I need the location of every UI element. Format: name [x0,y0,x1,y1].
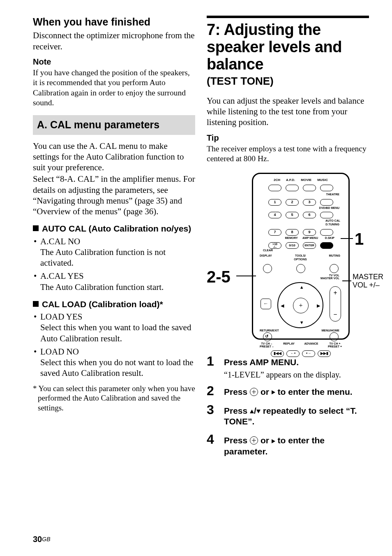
remote-figure: 2CH A.F.D. MOVIE MUSIC THEATRE 123 DVD/B… [207,171,369,348]
acal-intro-1: You can use the A. CAL menu to make sett… [33,141,195,173]
page-number-value: 30 [33,535,42,544]
arrow-up-icon [250,410,254,413]
enter-button-icon: + [293,298,309,313]
remote-label: AMP MENU [302,236,319,240]
remote-label: DISPLAY [260,254,272,262]
list-item: A.CAL YES The Auto Calibration function … [33,271,195,292]
remote-label: TV CH + [329,342,340,345]
remote-label: D.SKIP [322,236,334,240]
step-desc: “1-LEVEL” appears on the display. [224,370,369,380]
autocal-list: A.CAL NO The Auto Calibration function i… [33,236,195,292]
arrow-down-icon [256,410,261,413]
remote-label: TV VOL [329,274,339,277]
remote-label: PRESET + [328,345,342,348]
remote-key: 6 [303,212,316,218]
section-subtitle: (TEST TONE) [207,74,369,88]
remote-label: D.TUNING [253,223,348,227]
item-label: A.CAL YES [40,271,84,281]
step: 3 Press / repeatedly to select “T. TONE”… [207,403,369,429]
callout-lead [236,276,256,276]
callout-2-5: 2-5 [207,266,231,287]
step-number: 4 [207,433,224,446]
remote-key: 1 [268,199,281,206]
remote-key: 8 [286,229,299,236]
step: 4 Press or to enter the parameter. [207,433,369,459]
note-text: If you have changed the position of the … [33,68,195,108]
step-title: Press or to enter the menu. [224,387,369,397]
step-title: Press / repeatedly to select “T. TONE”. [224,405,369,427]
page-columns: When you have finished Disconnect the op… [33,16,369,463]
remote-label: RETURN/EXIT [260,329,279,333]
remote-key: 9 [303,229,316,236]
remote-key: 7 [268,229,281,236]
remote-label: REPLAY [283,342,295,348]
section-intro: You can adjust the speaker levels and ba… [207,95,369,128]
list-item: LOAD YES Select this when you want to lo… [33,311,195,344]
autocal-heading: AUTO CAL (Auto Calibration no/yes) [33,223,195,234]
square-bullet-icon [33,225,39,231]
callout-1: 1 [355,229,364,249]
remote-label: TOOLS/ OPTIONS [294,254,307,262]
remote-label: 2CH [274,178,280,182]
remote-key: 4 [268,212,281,218]
left-column: When you have finished Disconnect the op… [33,16,195,463]
enter-icon [250,388,258,396]
list-item: A.CAL NO The Auto Calibration function i… [33,236,195,269]
finished-heading: When you have finished [33,16,195,28]
remote-label: AUTO CAL [253,219,348,223]
autocal-heading-text: AUTO CAL (Auto Calibration no/yes) [42,223,191,234]
item-desc: Select this when you do not want to load… [40,357,195,379]
step-title: Press or to enter the parameter. [224,435,369,457]
section-title: 7: Adjusting the speaker levels and bala… [207,21,369,73]
calload-list: LOAD YES Select this when you want to lo… [33,311,195,379]
remote-label: ADVANCE [304,342,318,348]
tip-heading: Tip [207,133,369,143]
remote-label: CLEAR [253,249,348,253]
page-number: 30GB [33,534,50,544]
remote-label: PRESET – [260,345,274,348]
finished-text: Disconnect the optimizer microphone from… [33,30,195,52]
callout-lead [341,238,353,239]
list-item: LOAD NO Select this when you do not want… [33,346,195,379]
item-label: LOAD YES [40,312,82,322]
footnote: * You can select this parameter only whe… [33,384,195,413]
page-number-suffix: GB [42,536,50,542]
section-rule [207,16,369,18]
item-label: LOAD NO [40,347,79,357]
acal-intro-2: Select “8-A. CAL” in the amplifier menus… [33,174,195,217]
remote-label: A.F.D. [286,178,295,182]
item-desc: Select this when you want to load the sa… [40,322,195,344]
step: 1 Press AMP MENU. “1-LEVEL” appears on t… [207,354,369,380]
square-bullet-icon [33,301,39,307]
nav-pad-icon: + ▲ ▼ ◀ ▶ [277,282,323,328]
tip-text: The receiver employs a test tone with a … [207,144,369,164]
step-number: 3 [207,403,224,416]
arrow-right-icon [272,390,275,394]
arrow-right-icon [272,439,275,443]
remote-key: 5 [286,212,299,218]
remote-key: 3 [303,199,316,206]
callout-master-vol: MASTER VOL +/– [353,273,383,290]
acal-band-heading: A. CAL menu parameters [33,115,195,134]
callout-lead [342,280,351,281]
calload-heading: CAL LOAD (Calibration load)* [33,299,195,310]
remote-label: MENU/HOME [321,329,339,333]
remote-label: THEATRE [253,193,348,197]
remote-label: MUTING [329,254,340,262]
step-number: 1 [207,354,224,368]
remote-outline: 2CH A.F.D. MOVIE MUSIC THEATRE 123 DVD/B… [252,173,350,340]
right-column: 7: Adjusting the speaker levels and bala… [207,16,369,463]
remote-label: TV CH – [261,342,272,345]
item-desc: The Auto Calibration function start. [40,282,195,292]
remote-label: MUSIC [317,178,328,182]
remote-label: DVD/BD MENU [253,206,348,209]
steps-list: 1 Press AMP MENU. “1-LEVEL” appears on t… [207,354,369,459]
item-desc: The Auto Calibration function is not act… [40,247,195,269]
item-label: A.CAL NO [40,236,80,246]
remote-key: 2 [286,199,299,206]
remote-key: 0/10 [286,242,299,249]
calload-heading-text: CAL LOAD (Calibration load)* [42,299,163,310]
remote-label: MEMORY [284,236,298,240]
remote-key: ENTER [303,242,316,249]
remote-key: >10-/-- [268,242,281,249]
